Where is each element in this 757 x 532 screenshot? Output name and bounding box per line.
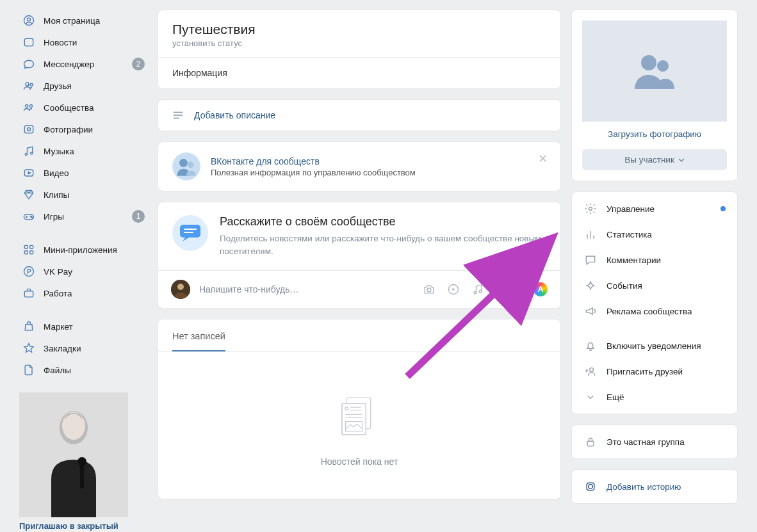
member-status-button[interactable]: Вы участник	[582, 149, 727, 170]
svg-point-36	[177, 284, 184, 290]
mgmt-more[interactable]: Ещё	[572, 384, 737, 410]
member-status-label: Вы участник	[624, 155, 674, 165]
mgmt-label: Управление	[606, 204, 655, 214]
compose-placeholder[interactable]: Напишите что-нибудь…	[199, 284, 414, 294]
nav-my-page[interactable]: Моя страница	[19, 10, 147, 31]
photos-icon	[22, 122, 36, 136]
svg-rect-32	[180, 225, 200, 238]
nav-label: Клипы	[44, 190, 145, 200]
nav-label: Мессенджер	[44, 60, 132, 69]
clips-icon	[22, 188, 36, 202]
tell-about-panel: Расскажите о своём сообществе Поделитесь…	[158, 202, 561, 309]
svg-rect-15	[24, 245, 28, 248]
mgmt-events[interactable]: События	[572, 273, 737, 298]
nav-miniapps[interactable]: Мини-приложения	[19, 239, 147, 261]
wall-tab[interactable]: Нет записей	[172, 319, 225, 351]
management-panel: Управление Статистика Комментарии Событи…	[571, 191, 738, 414]
cover-placeholder[interactable]	[582, 20, 727, 122]
svg-point-5	[26, 104, 28, 107]
vk-for-communities-panel: ВКонтакте для сообществ Полезная информа…	[158, 141, 561, 191]
nav-badge: 2	[132, 58, 145, 70]
avatar	[171, 280, 190, 299]
svg-point-23	[62, 412, 85, 440]
mgmt-ads[interactable]: Реклама сообщества	[572, 298, 737, 324]
file-icon	[22, 363, 36, 377]
nav-music[interactable]: Музыка	[19, 140, 147, 162]
add-description-link[interactable]: Добавить описание	[158, 100, 560, 131]
nav-label: Закладки	[44, 344, 145, 353]
nav-market[interactable]: Маркет	[19, 316, 147, 337]
svg-point-30	[179, 159, 188, 167]
svg-point-9	[25, 153, 27, 155]
mgmt-label: Комментарии	[606, 255, 661, 265]
nav-files[interactable]: Файлы	[19, 359, 147, 381]
compose-row[interactable]: Напишите что-нибудь… | A	[158, 271, 560, 308]
svg-rect-16	[30, 245, 33, 248]
nav-jobs[interactable]: Работа	[19, 282, 147, 304]
svg-point-10	[31, 152, 33, 154]
megaphone-icon	[583, 305, 598, 318]
mgmt-label: Статистика	[606, 230, 652, 239]
privacy-label: Это частная группа	[606, 437, 685, 447]
vk-app-title[interactable]: ВКонтакте для сообществ	[211, 156, 416, 166]
communities-icon	[22, 101, 36, 115]
camera-icon[interactable]	[423, 283, 435, 296]
description-icon	[172, 111, 186, 120]
svg-rect-18	[30, 251, 33, 254]
mgmt-stats[interactable]: Статистика	[572, 222, 737, 247]
nav-news[interactable]: Новости	[19, 31, 147, 53]
mgmt-label: Пригласить друзей	[606, 367, 683, 376]
community-app-icon	[172, 152, 200, 181]
lines-icon[interactable]	[496, 283, 509, 296]
nav-communities[interactable]: Сообщества	[19, 97, 147, 118]
svg-point-60	[590, 368, 594, 372]
add-description-panel: Добавить описание	[158, 99, 561, 131]
svg-point-4	[30, 83, 33, 86]
nav-messenger[interactable]: Мессенджер 2	[19, 53, 147, 75]
nav-photos[interactable]: Фотографии	[19, 118, 147, 140]
svg-point-31	[187, 161, 193, 168]
nav-label: Моя страница	[44, 16, 145, 26]
nav-friends[interactable]: Друзья	[19, 75, 147, 97]
info-row[interactable]: Информация	[158, 57, 560, 88]
tell-title: Расскажите о своём сообществе	[220, 215, 546, 229]
ai-avatar-icon[interactable]: A	[533, 282, 548, 296]
mgmt-comments[interactable]: Комментарии	[572, 247, 737, 273]
nav-video[interactable]: Видео	[19, 162, 147, 184]
nav-vkpay[interactable]: VK Pay	[19, 261, 147, 282]
add-description-label: Добавить описание	[194, 110, 275, 120]
upload-photo-link[interactable]: Загрузить фотографию	[582, 129, 727, 139]
mgmt-notifications[interactable]: Включить уведомления	[572, 333, 737, 359]
speech-bubble-icon	[172, 215, 208, 251]
story-icon	[583, 480, 598, 493]
svg-rect-2	[24, 38, 33, 46]
wall-empty-text: Новостей пока нет	[158, 456, 560, 467]
mgmt-label: Реклама сообщества	[606, 307, 692, 316]
mgmt-invite[interactable]: Пригласить друзей	[572, 359, 737, 384]
svg-rect-24	[80, 463, 84, 488]
message-icon	[22, 57, 36, 71]
cover-panel: Загрузить фотографию Вы участник	[571, 10, 738, 181]
nav-bookmarks[interactable]: Закладки	[19, 337, 147, 359]
lock-icon	[583, 435, 598, 448]
notification-dot	[720, 206, 726, 211]
mgmt-manage[interactable]: Управление	[572, 196, 737, 222]
gear-icon	[583, 202, 598, 215]
nav-badge: 1	[132, 210, 145, 223]
close-icon[interactable]: ✕	[536, 152, 549, 165]
compose-actions: | A	[423, 282, 548, 296]
music-icon	[22, 144, 36, 158]
nav-label: Видео	[44, 168, 145, 178]
nav-label: Работа	[44, 289, 145, 298]
nav-label: Файлы	[44, 366, 145, 375]
wall-empty-state: Новостей пока нет	[158, 352, 560, 499]
add-story-panel[interactable]: Добавить историю	[571, 469, 738, 504]
music-note-icon[interactable]	[471, 283, 484, 296]
promo-block[interactable]: Приглашаю в закрытый	[19, 392, 147, 532]
svg-point-3	[26, 83, 29, 86]
nav-clips[interactable]: Клипы	[19, 184, 147, 206]
nav-label: Сообщества	[44, 103, 145, 113]
set-status-link[interactable]: установить статус	[172, 38, 546, 48]
nav-games[interactable]: Игры 1	[19, 206, 147, 227]
play-circle-icon[interactable]	[447, 283, 460, 296]
